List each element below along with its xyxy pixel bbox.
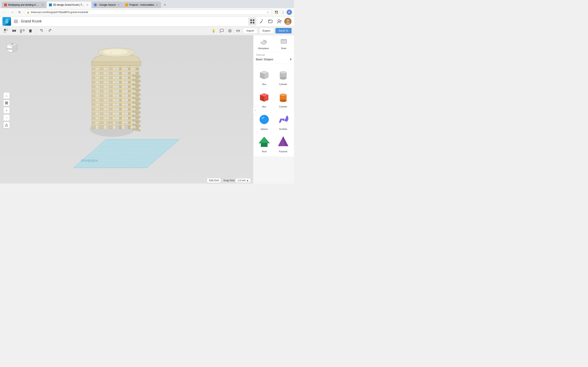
snap-value-button[interactable]: 1.0 mm ▲ (236, 178, 251, 183)
address-bar-row: ← → ↻ 🔒 tinkercad.com/things/jsNY8hpaBPH… (0, 8, 294, 17)
help-button[interactable]: 💡 (210, 27, 217, 34)
tab-1-title: Multiplying and dividing in alge... (8, 3, 40, 6)
svg-rect-6 (14, 22, 18, 23)
shape-roof-green[interactable]: Roof (255, 133, 274, 155)
redo-button[interactable] (46, 27, 53, 34)
svg-rect-11 (261, 19, 263, 20)
new-object-button[interactable] (2, 27, 9, 34)
tinkercad-logo: TINKERCAD (2, 17, 11, 26)
shape-cylinder-gray[interactable]: Cylinder (274, 66, 293, 87)
svg-marker-35 (236, 30, 238, 32)
tab-1[interactable]: Multiplying and dividing in alge... ✕ (2, 2, 47, 8)
send-to-button[interactable]: Send To (276, 28, 292, 33)
svg-rect-99 (91, 124, 139, 125)
scene-svg: Workplane (20, 43, 188, 174)
viewport[interactable]: TOP FRONT ⌂ + − (0, 35, 253, 184)
lock-icon: 🔒 (27, 11, 30, 14)
more-button[interactable]: ⋮ (280, 9, 286, 15)
align-button[interactable] (227, 27, 233, 34)
shape-icon-pyramid-purple (276, 135, 290, 149)
chat-button[interactable] (218, 27, 225, 34)
svg-point-148 (260, 115, 269, 124)
tab-2-close[interactable]: ✕ (86, 3, 89, 7)
edit-grid-button[interactable]: Edit Grid (207, 178, 221, 183)
tab-1-close[interactable]: ✕ (41, 3, 44, 7)
refresh-button[interactable]: ↻ (17, 9, 22, 15)
new-tab-button[interactable]: + (162, 2, 168, 8)
ungroup-button[interactable] (19, 27, 26, 34)
svg-rect-94 (91, 101, 139, 104)
svg-rect-25 (20, 30, 22, 31)
grid-view-button[interactable] (248, 17, 256, 25)
tab-2-title: 3D design Grand Krunk | Tinke... (53, 3, 85, 6)
svg-rect-13 (268, 20, 270, 21)
tab-4-close[interactable]: ✕ (155, 3, 159, 7)
main-content: TOP FRONT ⌂ + − (0, 35, 294, 184)
add-user-button[interactable] (275, 17, 283, 25)
tab-1-favicon (4, 3, 7, 6)
profile-avatar[interactable]: E (287, 9, 292, 15)
workplane-label: Workplane (258, 47, 269, 50)
hamburger-button[interactable] (13, 18, 19, 25)
svg-rect-20 (6, 29, 8, 31)
shape-pyramid-purple[interactable]: Pyramid (274, 133, 293, 155)
address-bar[interactable]: 🔒 tinkercad.com/things/jsNY8hpaBPH-grand… (24, 9, 272, 15)
svg-marker-36 (238, 30, 240, 32)
tab-3-close[interactable]: ✕ (117, 3, 120, 7)
right-panel: Workplane (253, 35, 294, 156)
tab-3[interactable]: - Google Search ✕ (91, 2, 123, 8)
tab-2[interactable]: 3D design Grand Krunk | Tinke... ✕ (47, 2, 91, 8)
group-button[interactable] (11, 27, 17, 34)
back-button[interactable]: ← (2, 9, 8, 15)
svg-rect-87 (91, 70, 139, 72)
tools-button[interactable] (257, 17, 265, 25)
files-button[interactable] (266, 17, 274, 25)
tab-4[interactable]: Projects - Instructables ✕ (123, 2, 161, 8)
shape-label-cylinder-gray: Cylinder (279, 83, 287, 85)
panel-collapse-button[interactable]: › (253, 106, 257, 114)
browser-actions: ⋮ E (274, 9, 292, 15)
tab-3-favicon (94, 3, 97, 6)
shape-box-gray[interactable]: Box (255, 66, 274, 87)
delete-button[interactable] (27, 27, 34, 34)
svg-rect-97 (91, 115, 139, 117)
tab-3-title: - Google Search (98, 3, 116, 6)
user-avatar[interactable] (284, 18, 292, 25)
mirror-button[interactable] (235, 27, 241, 34)
svg-point-33 (229, 30, 231, 31)
undo-button[interactable] (38, 27, 45, 34)
workplane-button[interactable]: Workplane (253, 35, 274, 52)
viewport-bg: TOP FRONT ⌂ + − (0, 35, 253, 184)
svg-marker-31 (51, 29, 52, 31)
export-button[interactable]: Export (259, 28, 274, 34)
forward-button[interactable]: → (9, 9, 15, 15)
extensions-button[interactable] (274, 9, 279, 15)
import-button[interactable]: Import (243, 28, 258, 34)
ruler-icon (280, 38, 287, 46)
shapes-dropdown[interactable]: Basic Shapes ▾ (256, 57, 292, 62)
svg-rect-98 (91, 119, 139, 122)
bookmark-icon[interactable]: ☆ (267, 11, 269, 14)
shape-icon-roof-green (257, 135, 271, 149)
shape-icon-scribble (276, 112, 290, 127)
svg-point-147 (280, 100, 286, 102)
svg-rect-93 (91, 97, 139, 99)
shape-icon-cylinder-gray (276, 67, 290, 82)
snap-value-text: 1.0 mm (237, 179, 246, 182)
svg-rect-96 (91, 110, 139, 113)
svg-point-32 (228, 29, 231, 32)
svg-rect-29 (29, 30, 32, 30)
svg-rect-21 (4, 31, 6, 33)
ruler-button[interactable]: Ruler (274, 35, 294, 52)
shape-box-red[interactable]: Box (255, 88, 274, 110)
shape-cylinder-orange[interactable]: Cylinder (274, 88, 293, 110)
address-text: tinkercad.com/things/jsNY8hpaBPH-grand-k… (31, 11, 265, 14)
svg-rect-10 (253, 22, 254, 24)
shape-scribble[interactable]: Scribble (274, 110, 293, 132)
shape-sphere-blue[interactable]: Sphere (255, 110, 274, 132)
svg-rect-1 (277, 11, 278, 12)
shape-icon-box-gray (257, 67, 271, 82)
tab-bar: Multiplying and dividing in alge... ✕ 3D… (0, 0, 294, 8)
browser-chrome: Multiplying and dividing in alge... ✕ 3D… (0, 0, 294, 17)
shapes-provider: Tinkercad (256, 54, 292, 56)
